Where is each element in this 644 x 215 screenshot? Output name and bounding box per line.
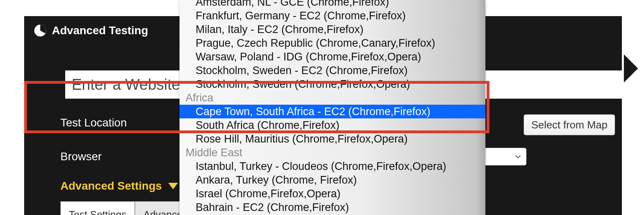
dropdown-item[interactable]: Stockholm, Sweden - EC2 (Chrome,Firefox) [180,64,485,77]
dropdown-item[interactable]: Istanbul, Turkey - Cloudeos (Chrome,Fire… [180,159,485,173]
app-logo-icon [34,25,46,37]
browser-label: Browser [60,150,102,163]
dropdown-item[interactable]: Warsaw, Poland - IDG (Chrome,Firefox,Ope… [180,50,485,64]
panel-title: Advanced Testing [52,24,148,37]
dropdown-group: Middle East [180,146,485,159]
tab-settings[interactable]: Test Settings [60,201,135,215]
advanced-settings-label: Advanced Settings [60,180,162,192]
advanced-settings-toggle[interactable]: Advanced Settings [60,180,178,192]
dropdown-item[interactable]: Rose Hill, Mauritius (Chrome,Firefox,Ope… [180,132,485,146]
caret-down-icon [168,183,178,189]
test-location-label: Test Location [60,116,127,129]
dropdown-item[interactable]: Israel (Chrome,Firefox,Opera) [180,187,485,201]
dropdown-item[interactable]: Frankfurt, Germany - EC2 (Chrome,Firefox… [180,9,485,23]
location-dropdown[interactable]: Amsterdam, NL - GCE (Chrome,Firefox)Fran… [180,0,485,215]
start-test-arrow-icon[interactable] [624,54,638,83]
dropdown-item[interactable]: Milan, Italy - EC2 (Chrome,Firefox) [180,23,485,36]
dropdown-item[interactable]: Prague, Czech Republic (Chrome,Canary,Fi… [180,36,485,50]
dropdown-item[interactable]: Stockholm, Sweden (Chrome,Firefox,Opera) [180,77,485,91]
dropdown-item[interactable]: Bahrain - EC2 (Chrome,Firefox) [180,201,485,214]
select-from-map-button[interactable]: Select from Map [524,114,615,135]
dropdown-item[interactable]: South Africa (Chrome,Firefox) [180,118,485,132]
dropdown-item[interactable]: Amsterdam, NL - GCE (Chrome,Firefox) [180,0,485,9]
tabs: Test SettingsAdvanced [60,201,196,215]
dropdown-item[interactable]: Cape Town, South Africa - EC2 (Chrome,Fi… [180,105,485,118]
dropdown-item[interactable]: Ankara, Turkey (Chrome, Firefox) [180,173,485,187]
dropdown-group: Africa [180,91,485,105]
chevron-down-icon [514,153,522,161]
